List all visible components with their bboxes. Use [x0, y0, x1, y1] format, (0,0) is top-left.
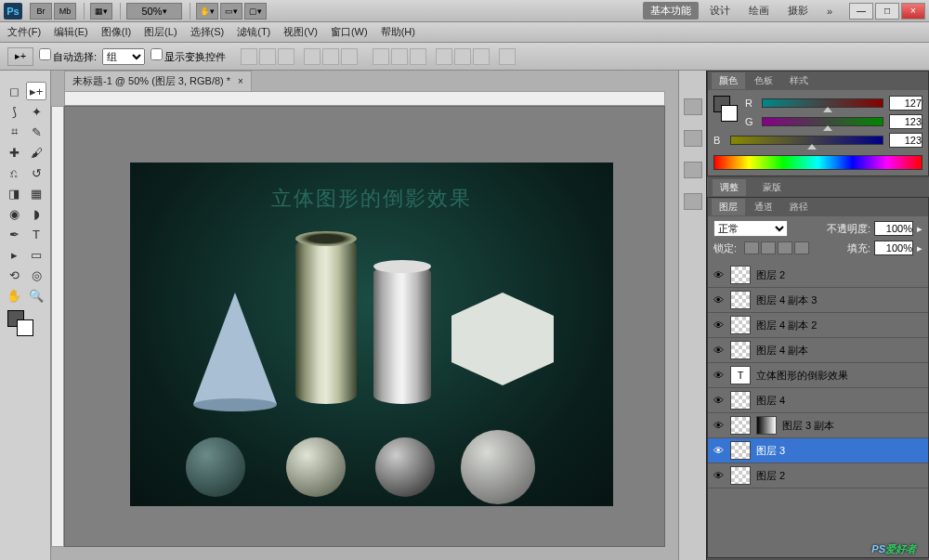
dist-right-icon[interactable] — [473, 48, 490, 65]
tab-color[interactable]: 颜色 — [712, 72, 745, 89]
path-tool[interactable]: ▸ — [4, 245, 24, 264]
tab-layers[interactable]: 图层 — [712, 199, 745, 215]
layer-row[interactable]: 👁图层 3 — [708, 438, 928, 463]
visibility-eye-icon[interactable]: 👁 — [712, 419, 725, 432]
bridge-button[interactable]: Br — [30, 3, 52, 20]
window-maximize-button[interactable]: □ — [875, 3, 899, 20]
layer-row[interactable]: 👁图层 4 副本 3 — [708, 288, 928, 313]
menu-layer[interactable]: 图层(L) — [144, 25, 177, 39]
blend-mode-dropdown[interactable]: 正常 — [713, 220, 788, 237]
camera-tool[interactable]: ◎ — [26, 266, 46, 284]
layer-row[interactable]: 👁图层 2 — [708, 263, 928, 288]
spectrum-bar[interactable] — [713, 155, 922, 170]
dist-vcenter-icon[interactable] — [391, 48, 408, 65]
layer-row[interactable]: 👁图层 4 — [708, 388, 928, 413]
show-transform-checkbox[interactable]: 显示变换控件 — [150, 48, 226, 64]
move-tool[interactable]: ▸+ — [26, 82, 46, 100]
layers-list[interactable]: 👁图层 2👁图层 4 副本 3👁图层 4 副本 2👁图层 4 副本👁T立体图形的… — [708, 263, 928, 557]
menu-edit[interactable]: 编辑(E) — [54, 25, 88, 39]
window-close-button[interactable]: × — [901, 3, 925, 20]
eraser-tool[interactable]: ◨ — [4, 184, 24, 202]
workspace-design-button[interactable]: 设计 — [702, 2, 738, 20]
workspace-photo-button[interactable]: 摄影 — [780, 2, 816, 20]
tab-styles[interactable]: 样式 — [782, 72, 816, 89]
document-tab-close-icon[interactable]: × — [238, 76, 243, 86]
b-slider[interactable] — [730, 136, 883, 145]
history-icon[interactable] — [684, 98, 702, 115]
dist-top-icon[interactable] — [373, 48, 389, 65]
tab-channels[interactable]: 通道 — [747, 199, 780, 215]
wand-tool[interactable]: ✦ — [26, 102, 46, 121]
menu-image[interactable]: 图像(I) — [101, 25, 131, 39]
brush-tool[interactable]: 🖌 — [26, 143, 46, 162]
opacity-arrow-icon[interactable]: ▸ — [917, 223, 922, 235]
workspace-more-button[interactable]: » — [819, 4, 840, 19]
lasso-tool[interactable]: ⟆ — [4, 102, 24, 121]
lock-all-icon[interactable] — [794, 241, 809, 254]
fill-input[interactable] — [874, 241, 913, 255]
color-swatches[interactable] — [4, 310, 46, 338]
dist-hcenter-icon[interactable] — [454, 48, 471, 65]
eyedropper-tool[interactable]: ✎ — [26, 123, 46, 141]
char-panel-icon[interactable] — [684, 193, 702, 210]
color-panel-swatches[interactable] — [713, 96, 739, 129]
visibility-eye-icon[interactable]: 👁 — [712, 293, 725, 306]
heal-tool[interactable]: ✚ — [4, 143, 24, 162]
align-vcenter-icon[interactable] — [259, 48, 276, 65]
lock-position-icon[interactable] — [778, 241, 792, 254]
menu-select[interactable]: 选择(S) — [190, 25, 225, 39]
layer-row[interactable]: 👁图层 4 副本 2 — [708, 313, 928, 338]
tab-swatches[interactable]: 色板 — [747, 72, 780, 89]
align-right-icon[interactable] — [341, 48, 358, 65]
3d-tool[interactable]: ⟲ — [4, 266, 24, 284]
clone-source-icon[interactable] — [684, 162, 702, 178]
canvas-viewport[interactable]: 立体图形的倒影效果 — [64, 106, 665, 547]
visibility-eye-icon[interactable]: 👁 — [712, 469, 725, 482]
b-input[interactable] — [889, 133, 922, 148]
tab-masks[interactable]: 蒙版 — [755, 179, 789, 196]
align-left-icon[interactable] — [304, 48, 321, 65]
auto-select-checkbox[interactable]: 自动选择: — [39, 48, 97, 64]
menu-window[interactable]: 窗口(W) — [331, 25, 368, 39]
background-color[interactable] — [17, 319, 33, 336]
align-top-icon[interactable] — [241, 48, 257, 65]
shape-tool[interactable]: ▭ — [26, 245, 46, 264]
minibridge-button[interactable]: Mb — [54, 3, 76, 20]
tab-paths[interactable]: 路径 — [782, 199, 816, 215]
visibility-eye-icon[interactable]: 👁 — [712, 344, 725, 357]
visibility-eye-icon[interactable]: 👁 — [712, 394, 725, 407]
auto-select-target-dropdown[interactable]: 组 — [102, 48, 145, 65]
view-extras-button[interactable]: ▦▾ — [90, 3, 112, 20]
dist-left-icon[interactable] — [436, 48, 452, 65]
align-hcenter-icon[interactable] — [322, 48, 339, 65]
g-slider[interactable] — [762, 117, 883, 126]
layer-row[interactable]: 👁图层 4 副本 — [708, 338, 928, 363]
menu-file[interactable]: 文件(F) — [7, 25, 41, 39]
zoom-tool[interactable]: 🔍 — [26, 286, 46, 305]
visibility-eye-icon[interactable]: 👁 — [712, 319, 725, 332]
layer-row[interactable]: 👁图层 2 — [708, 463, 928, 488]
type-tool[interactable]: T — [26, 225, 46, 243]
auto-align-icon[interactable] — [499, 48, 516, 65]
marquee-tool[interactable]: ◻ — [4, 82, 24, 100]
visibility-eye-icon[interactable]: 👁 — [712, 444, 725, 457]
lock-transparent-icon[interactable] — [744, 241, 759, 254]
layer-row[interactable]: 👁图层 3 副本 — [708, 413, 928, 438]
g-input[interactable] — [889, 114, 922, 129]
menu-filter[interactable]: 滤镜(T) — [237, 25, 270, 39]
menu-help[interactable]: 帮助(H) — [381, 25, 415, 39]
fill-arrow-icon[interactable]: ▸ — [917, 242, 922, 254]
pen-tool[interactable]: ✒ — [4, 225, 24, 243]
menu-view[interactable]: 视图(V) — [283, 25, 318, 39]
history-brush-tool[interactable]: ↺ — [26, 163, 46, 182]
align-bottom-icon[interactable] — [278, 48, 294, 65]
visibility-eye-icon[interactable]: 👁 — [712, 268, 725, 281]
opacity-input[interactable] — [874, 221, 913, 236]
crop-tool[interactable]: ⌗ — [4, 123, 24, 141]
window-minimize-button[interactable]: — — [849, 3, 873, 20]
screen-mode-button[interactable]: ▢▾ — [244, 3, 267, 20]
r-slider[interactable] — [762, 98, 883, 108]
r-input[interactable] — [889, 96, 922, 111]
brush-preset-icon[interactable] — [684, 130, 702, 147]
document-tab[interactable]: 未标题-1 @ 50% (图层 3, RGB/8) * × — [64, 71, 252, 91]
